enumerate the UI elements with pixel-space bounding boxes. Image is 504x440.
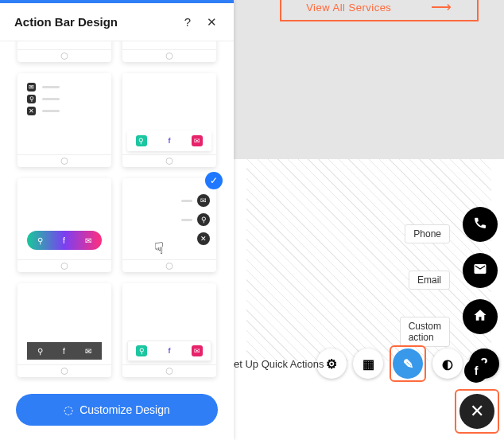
fab-email[interactable] xyxy=(463,253,498,288)
toolbar-hint: et Up Quick Actions xyxy=(234,358,324,370)
customize-design-button[interactable]: ◌ Customize Design xyxy=(16,394,218,426)
template-preview: ⚲ f ✉ xyxy=(127,130,211,151)
brush-icon: ✎ xyxy=(403,356,413,372)
template-preview: ⚲ f ✉ xyxy=(127,341,211,361)
mail-icon: ✉ xyxy=(85,236,91,245)
close-icon: ✕ xyxy=(470,401,484,422)
panel-close[interactable]: ✕ xyxy=(204,15,219,29)
pin-icon: ⚲ xyxy=(136,345,147,356)
facebook-icon: f xyxy=(164,135,175,146)
mail-icon: ✉ xyxy=(27,83,36,92)
toolbar-design-highlight: ✎ xyxy=(390,345,426,382)
fab-close[interactable]: ✕ xyxy=(459,394,494,429)
mail-icon: ✉ xyxy=(197,194,210,207)
services-label: View All Services xyxy=(306,2,391,14)
pin-icon: ⚲ xyxy=(136,135,147,146)
contrast-icon: ◐ xyxy=(442,356,453,372)
template-option[interactable]: ⚲ f ✉ xyxy=(122,283,216,377)
selection-area[interactable] xyxy=(246,159,491,361)
panel-header: Action Bar Design ? ✕ xyxy=(0,3,234,41)
close-icon: ✕ xyxy=(197,232,210,245)
facebook-icon: f xyxy=(63,347,65,356)
pin-icon: ⚲ xyxy=(197,213,210,226)
arrow-right-icon: ⟶ xyxy=(431,0,452,16)
template-preview: ⚲ f ✉ xyxy=(27,231,102,250)
template-preview: ⚲ f ✉ xyxy=(27,342,102,360)
template-option-selected[interactable]: ✓ ✉ ⚲ ✕ ☟ xyxy=(122,178,216,272)
panel-help[interactable]: ? xyxy=(180,15,196,29)
mail-icon xyxy=(473,262,487,279)
template-option[interactable]: ⚲ f ✉ xyxy=(17,283,111,377)
close-icon: ✕ xyxy=(207,15,217,29)
fab-label-phone: Phone xyxy=(405,224,450,243)
template-preview: ✉ ⚲ ✕ xyxy=(181,194,210,245)
template-option[interactable]: ⚲ f ✉ xyxy=(17,178,111,272)
pin-icon: ⚲ xyxy=(37,236,43,245)
view-all-services-button[interactable]: View All Services ⟶ xyxy=(280,0,479,21)
mail-icon: ✉ xyxy=(192,135,203,146)
toolbar-contrast[interactable]: ◐ xyxy=(432,348,463,379)
toolbar-layout[interactable]: ▦ xyxy=(353,348,383,379)
gear-icon: ⚙ xyxy=(326,356,337,372)
design-panel: Action Bar Design ? ✕ ✉ ⚲ ✕ xyxy=(0,0,234,440)
phone-icon xyxy=(473,216,487,233)
fab-custom[interactable] xyxy=(463,299,498,334)
panel-footer: ◌ Customize Design xyxy=(0,383,234,440)
fab-label-email: Email xyxy=(409,271,450,290)
template-grid: ✉ ⚲ ✕ ⚲ f ✉ xyxy=(17,41,216,377)
drop-icon: ◌ xyxy=(64,403,73,416)
cursor-icon: ☟ xyxy=(154,239,164,258)
pin-icon: ⚲ xyxy=(37,347,43,356)
canvas-toolbar: et Up Quick Actions ⚙ ▦ ✎ ◐ ? xyxy=(234,342,504,385)
template-option[interactable] xyxy=(122,41,216,62)
close-icon: ✕ xyxy=(27,107,36,115)
panel-title: Action Bar Design xyxy=(14,15,172,29)
template-preview: ✉ ⚲ ✕ xyxy=(17,73,111,125)
template-option[interactable]: ⚲ f ✉ xyxy=(122,73,216,167)
editor-canvas: View All Services ⟶ Phone Email Custom a… xyxy=(234,0,504,440)
layout-icon: ▦ xyxy=(362,356,374,372)
selected-check-icon: ✓ xyxy=(205,172,223,189)
fab-close-highlight: ✕ xyxy=(455,389,499,434)
mail-icon: ✉ xyxy=(85,347,91,356)
facebook-icon: f xyxy=(475,364,479,377)
fab-phone[interactable] xyxy=(463,207,498,242)
facebook-badge[interactable]: f xyxy=(464,359,488,383)
toolbar-design[interactable]: ✎ xyxy=(393,348,423,379)
panel-body: ✉ ⚲ ✕ ⚲ f ✉ xyxy=(0,41,234,383)
facebook-icon: f xyxy=(63,236,65,245)
template-option[interactable] xyxy=(17,41,111,62)
template-option[interactable]: ✉ ⚲ ✕ xyxy=(17,73,111,167)
help-icon: ? xyxy=(184,15,191,29)
customize-label: Customize Design xyxy=(79,403,170,416)
mail-icon: ✉ xyxy=(192,345,203,356)
fab-stack: Phone Email Custom action xyxy=(463,207,498,345)
home-icon xyxy=(473,308,487,325)
facebook-icon: f xyxy=(164,345,175,356)
canvas-hero-band: View All Services ⟶ xyxy=(234,0,504,159)
pin-icon: ⚲ xyxy=(27,95,36,103)
